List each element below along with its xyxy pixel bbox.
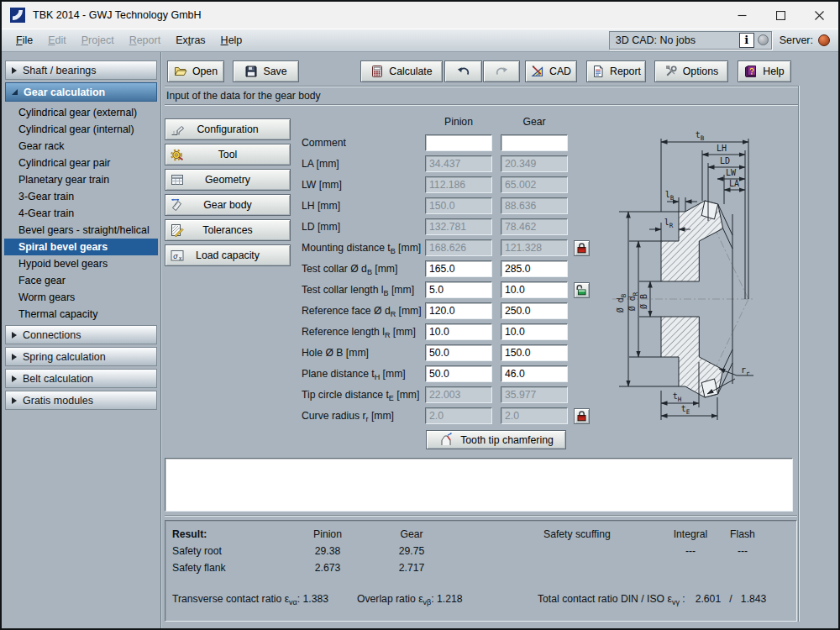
sidebar-item-hypoid-bevel-gears[interactable]: Hypoid bevel gears: [4, 255, 158, 272]
label-test-collar-length: Test collar length lB [mm]: [302, 281, 414, 298]
lock-closed-icon: [575, 410, 588, 423]
menu-extras[interactable]: Extras: [168, 34, 213, 46]
field-hole-diameter-gear[interactable]: [501, 344, 568, 361]
maximize-icon: [776, 11, 785, 20]
nav-geometry-button[interactable]: Geometry: [165, 169, 291, 191]
nav-tool-button[interactable]: Tool: [165, 144, 291, 165]
sidebar-item-thermal-capacity[interactable]: Thermal capacity: [4, 306, 158, 323]
sidebar-item-gear-rack[interactable]: Gear rack: [4, 138, 158, 155]
message-area[interactable]: [165, 458, 793, 512]
menu-report[interactable]: Report: [122, 34, 169, 46]
label-test-collar-diameter: Test collar Ø dB [mm]: [302, 260, 397, 277]
field-plane-distance-pinion[interactable]: [425, 365, 492, 382]
tooth-tip-chamfering-button[interactable]: Tooth tip chamfering: [426, 430, 566, 449]
field-test-collar-length-gear[interactable]: [501, 281, 568, 298]
lock-curve-radius-locked-button[interactable]: [574, 408, 590, 424]
label-mounting-distance: Mounting distance tB [mm]: [302, 239, 421, 256]
sidebar-item-3-gear-train[interactable]: 3-Gear train: [4, 188, 158, 205]
dim-label-tH: tH: [673, 391, 682, 403]
close-button[interactable]: [800, 2, 838, 29]
tolerances-icon: [170, 223, 185, 238]
sidebar-section-connections[interactable]: Connections: [5, 325, 157, 344]
lock-mounting-distance-locked-button[interactable]: [574, 240, 590, 256]
field-hole-diameter-pinion[interactable]: [425, 344, 492, 361]
sidebar-item-bevel-gears-straight-helical[interactable]: Bevel gears - straight/helical: [4, 222, 158, 239]
minimize-button[interactable]: [722, 2, 761, 29]
field-test-collar-diameter-pinion[interactable]: [425, 260, 492, 277]
result-safety-flank-pinion: 2.673: [302, 562, 353, 574]
nav-tolerances-button[interactable]: Tolerances: [165, 219, 291, 241]
dim-label-lB: lB: [665, 190, 675, 202]
result-col-safety-scuffing: Safety scuffing: [543, 528, 611, 540]
toolbar-calc-button[interactable]: Calculate: [360, 60, 443, 82]
menu-file[interactable]: File: [8, 34, 40, 46]
configuration-icon: [170, 122, 185, 137]
field-ld-gear: [501, 218, 568, 235]
config-icon-wrap: [170, 122, 185, 137]
toolbar-undo-button[interactable]: [444, 60, 482, 82]
field-test-collar-diameter-gear[interactable]: [501, 260, 568, 277]
toolbar-help-button[interactable]: Help: [738, 60, 791, 82]
field-la-pinion: [425, 155, 492, 172]
dim-label-OdR: Ø dR: [627, 291, 639, 311]
field-la-gear: [501, 155, 568, 172]
lock-test-collar-length-unlocked-button[interactable]: [574, 282, 590, 298]
dim-label-lR: lR: [664, 218, 674, 229]
result-safety-root-pinion: 29.38: [302, 545, 353, 557]
result-safety-root-gear: 29.75: [386, 545, 437, 557]
sidebar-item-4-gear-train[interactable]: 4-Gear train: [4, 205, 158, 222]
toolbar-options-label: Options: [683, 66, 718, 77]
sidebar-item-spiral-bevel-gears[interactable]: Spiral bevel gears: [4, 239, 158, 255]
result-col-gear: Gear: [386, 528, 437, 540]
menu-project[interactable]: Project: [74, 34, 122, 46]
nav-load-capacity-button[interactable]: σxLoad capacity: [165, 244, 291, 266]
cad-info-button[interactable]: i: [739, 33, 754, 48]
sidebar-item-face-gear[interactable]: Face gear: [4, 272, 158, 289]
sidebar-item-cylindrical-gear-internal[interactable]: Cylindrical gear (internal): [4, 121, 158, 138]
label-ld: LD [mm]: [302, 218, 340, 235]
sidebar-item-worm-gears[interactable]: Worm gears: [4, 289, 158, 306]
field-test-collar-length-pinion[interactable]: [425, 281, 492, 298]
field-lh-gear: [501, 197, 568, 214]
toolbar-save-button[interactable]: Save: [233, 60, 299, 82]
load-capacity-icon: σx: [170, 248, 185, 263]
result-row-label-safety-root: Safety root: [172, 545, 222, 557]
dim-label-OdB: Ø dB: [616, 293, 627, 312]
field-reference-length-pinion[interactable]: [425, 323, 492, 340]
toolbar-options-button[interactable]: Options: [654, 60, 728, 82]
toolbar-cad-button[interactable]: CAD: [525, 60, 577, 82]
field-reference-face-diameter-pinion[interactable]: [425, 302, 492, 319]
field-comment-gear[interactable]: [501, 134, 568, 151]
nav-gear-body-label: Gear body: [203, 199, 251, 211]
menu-help[interactable]: Help: [213, 34, 250, 46]
result-ratio-0: Transverse contact ratio εvα: 1.383: [172, 593, 328, 606]
result-col-integral: Integral: [664, 528, 717, 540]
toolbar-redo-button[interactable]: [483, 60, 520, 82]
menu-bar: FileEditProjectReportExtrasHelp 3D CAD: …: [2, 29, 838, 52]
nav-configuration-button[interactable]: Configuration: [165, 118, 291, 140]
field-comment-pinion[interactable]: [425, 134, 492, 151]
toolbar-help-label: Help: [763, 66, 784, 77]
toolbar-open-button[interactable]: Open: [167, 60, 224, 82]
maximize-button[interactable]: [761, 2, 800, 29]
sidebar-item-cylindrical-gear-pair[interactable]: Cylindrical gear pair: [4, 155, 158, 171]
sidebar-section-gear-calculation[interactable]: Gear calculation: [5, 82, 157, 102]
sidebar-item-list: Cylindrical gear (external)Cylindrical g…: [4, 104, 158, 323]
field-plane-distance-gear[interactable]: [501, 365, 568, 382]
toolbar-report-button[interactable]: Report: [586, 60, 646, 82]
menu-edit[interactable]: Edit: [40, 34, 74, 46]
sidebar-item-cylindrical-gear-external[interactable]: Cylindrical gear (external): [4, 104, 158, 121]
nav-gear-body-button[interactable]: Gear body: [165, 194, 291, 216]
field-reference-length-gear[interactable]: [501, 323, 568, 340]
sidebar-item-planetary-gear-train[interactable]: Planetary gear train: [4, 171, 158, 188]
dim-label-LW: LW: [726, 168, 737, 177]
sidebar-section-belt-calculation[interactable]: Belt calculation: [5, 369, 157, 388]
svg-text:σ: σ: [173, 252, 178, 260]
server-status-indicator: [818, 34, 830, 46]
sidebar-section-shaft-bearings[interactable]: Shaft / bearings: [5, 60, 157, 80]
sidebar-section-gratis-modules[interactable]: Gratis modules: [5, 391, 157, 410]
sidebar-section-spring-calculation[interactable]: Spring calculation: [5, 347, 157, 366]
label-reference-length: Reference length lR [mm]: [302, 323, 416, 340]
label-plane-distance: Plane distance tH [mm]: [302, 365, 406, 382]
field-reference-face-diameter-gear[interactable]: [501, 302, 568, 319]
